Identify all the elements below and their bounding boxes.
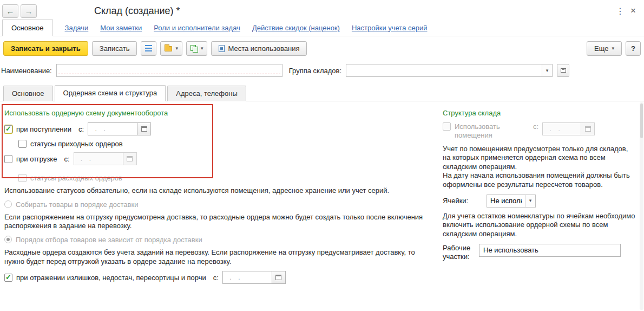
cells-row: Ячейки: ▾ bbox=[443, 195, 638, 208]
group-open-button[interactable] bbox=[557, 64, 569, 77]
caret-down-icon: ▾ bbox=[529, 198, 532, 203]
cells-note: Для учета остатков номенклатуры по ячейк… bbox=[443, 212, 635, 239]
surplus-label: при отражении излишков, недостач, пересо… bbox=[16, 274, 206, 282]
pick-order-note: Расходные ордера создаются без учета зад… bbox=[4, 248, 429, 266]
forward-arrow-icon: → bbox=[25, 7, 33, 15]
surplus-date-group bbox=[222, 271, 286, 284]
name-input[interactable] bbox=[56, 64, 282, 77]
shipment-calendar-button bbox=[123, 152, 137, 165]
use-premises-checkbox bbox=[443, 122, 451, 131]
menu-dots-icon: ⋮ bbox=[616, 7, 625, 16]
detail-tabs: Основное Ордерная схема и структура Адре… bbox=[0, 81, 644, 101]
section-link-my-notes[interactable]: Мои заметки bbox=[100, 20, 142, 36]
tab-content: Использовать ордерную схему документообо… bbox=[0, 101, 644, 311]
copy-dropdown-button[interactable]: ▾ bbox=[186, 41, 208, 56]
save-and-close-button[interactable]: Записать и закрыть bbox=[3, 41, 88, 56]
cells-dropdown-button[interactable]: ▾ bbox=[525, 195, 535, 207]
receipt-label: при поступлении bbox=[16, 125, 71, 133]
premises-date-group bbox=[542, 122, 595, 135]
section-nav: Основное Задачи Мои заметки Роли и испол… bbox=[0, 20, 644, 36]
receipt-checkbox[interactable]: ✓ bbox=[4, 125, 12, 133]
surplus-calendar-button[interactable] bbox=[272, 271, 286, 284]
check-icon: ✓ bbox=[5, 274, 11, 281]
shipment-checkbox[interactable] bbox=[4, 155, 12, 163]
shipment-date-input bbox=[74, 152, 123, 165]
order-scheme-section: Использовать ордерную схему документообо… bbox=[4, 106, 436, 311]
surplus-date-input[interactable] bbox=[222, 271, 272, 284]
structure-title: Структура склада bbox=[443, 109, 638, 117]
document-icon bbox=[219, 45, 225, 52]
close-button[interactable]: × bbox=[627, 4, 640, 17]
calendar-icon bbox=[127, 156, 133, 161]
back-button[interactable]: ← bbox=[2, 4, 18, 18]
calendar-icon bbox=[141, 126, 147, 132]
warehouse-structure-section: Структура склада Использовать помещения … bbox=[436, 106, 638, 311]
back-arrow-icon: ← bbox=[6, 7, 15, 15]
shipment-statuses-label: статусы расходных ордеров bbox=[30, 174, 122, 182]
shipment-label: при отгрузке bbox=[16, 155, 57, 163]
section-link-discounts[interactable]: Действие скидок (наценок) bbox=[252, 20, 340, 36]
caret-down-icon: ▾ bbox=[201, 46, 203, 51]
shipment-statuses-row: статусы расходных ордеров bbox=[18, 174, 436, 182]
receipt-date-input[interactable] bbox=[88, 122, 137, 135]
usage-places-button[interactable]: Места использования bbox=[211, 41, 307, 56]
section-link-tasks[interactable]: Задачи bbox=[65, 20, 89, 36]
group-label: Группа складов: bbox=[289, 67, 341, 75]
section-link-task-roles[interactable]: Роли и исполнители задач bbox=[154, 20, 240, 36]
receipt-statuses-label: статусы приходных ордеров bbox=[30, 140, 123, 148]
tab-order-scheme[interactable]: Ордерная схема и структура bbox=[55, 85, 166, 101]
usage-places-label: Места использования bbox=[228, 44, 299, 53]
forward-button[interactable]: → bbox=[21, 4, 37, 18]
delivery-order-radio-label: Собирать товары в порядке доставки bbox=[16, 200, 138, 209]
use-premises-row: Использовать помещения с: bbox=[443, 122, 638, 140]
group-dropdown-button[interactable]: ▾ bbox=[542, 64, 552, 76]
work-areas-label: Рабочие участки: bbox=[443, 244, 475, 262]
toolbar: Записать и закрыть Записать ▾ ▾ Места ис… bbox=[0, 36, 644, 60]
vertical-scrollbar[interactable] bbox=[640, 102, 643, 310]
caret-down-icon: ▾ bbox=[175, 46, 178, 51]
work-areas-row: Рабочие участки: bbox=[443, 244, 638, 262]
cells-input[interactable] bbox=[487, 195, 525, 207]
receipt-from-label: с: bbox=[78, 125, 84, 133]
caret-down-icon: ▾ bbox=[612, 46, 614, 51]
help-button[interactable]: ? bbox=[626, 41, 641, 56]
use-premises-label: Использовать помещения bbox=[455, 122, 515, 140]
group-input[interactable] bbox=[346, 64, 542, 76]
list-icon bbox=[145, 45, 152, 51]
work-areas-input[interactable] bbox=[479, 244, 621, 257]
receipt-calendar-button[interactable] bbox=[137, 122, 151, 135]
shipment-statuses-checkbox bbox=[18, 174, 27, 182]
save-button[interactable]: Записать bbox=[92, 41, 137, 56]
shipment-row: при отгрузке с: bbox=[4, 152, 436, 165]
pick-order-radio-label: Порядок отбора товаров не зависит от пор… bbox=[16, 236, 202, 244]
shipment-from-label: с: bbox=[64, 155, 69, 163]
surplus-row: ✓ при отражении излишков, недостач, пере… bbox=[4, 271, 436, 284]
warehouse-create-window: ← → Склад (создание) * ⋮ × Основное Зада… bbox=[0, 0, 644, 311]
delivery-note: Если распоряжением на отгрузку предусмот… bbox=[4, 213, 429, 231]
tab-addresses[interactable]: Адреса, телефоны bbox=[167, 86, 246, 101]
section-tab-main[interactable]: Основное bbox=[2, 20, 53, 36]
list-view-button[interactable] bbox=[141, 41, 156, 56]
delivery-order-row: Собирать товары в порядке доставки bbox=[4, 200, 436, 209]
header-fields: Наименование: Группа складов: ▾ bbox=[0, 60, 644, 81]
surplus-from-label: с: bbox=[213, 274, 219, 282]
tab-main[interactable]: Основное bbox=[3, 86, 53, 101]
receipt-row: ✓ при поступлении с: bbox=[4, 122, 436, 135]
window-menu-button[interactable]: ⋮ bbox=[614, 4, 627, 17]
statuses-note: Использование статусов обязательно, если… bbox=[4, 186, 429, 196]
receipt-date-group bbox=[88, 122, 151, 135]
more-button[interactable]: Еще ▾ bbox=[587, 41, 622, 56]
pick-order-row: Порядок отбора товаров не зависит от пор… bbox=[4, 236, 436, 244]
close-icon: × bbox=[630, 5, 636, 16]
order-scheme-title: Использовать ордерную схему документообо… bbox=[4, 109, 436, 117]
cells-combo: ▾ bbox=[487, 195, 536, 208]
more-label: Еще bbox=[594, 44, 608, 53]
scrollbar-thumb[interactable] bbox=[640, 103, 643, 138]
name-field-wrap bbox=[56, 64, 282, 77]
receipt-statuses-checkbox[interactable] bbox=[18, 140, 27, 148]
delivery-order-radio bbox=[4, 200, 12, 208]
section-link-series-settings[interactable]: Настройки учета серий bbox=[352, 20, 428, 36]
premises-note: Учет по помещениям предусмотрен только д… bbox=[443, 145, 635, 190]
create-group-dropdown-button[interactable]: ▾ bbox=[160, 41, 182, 56]
surplus-checkbox[interactable]: ✓ bbox=[4, 274, 12, 282]
